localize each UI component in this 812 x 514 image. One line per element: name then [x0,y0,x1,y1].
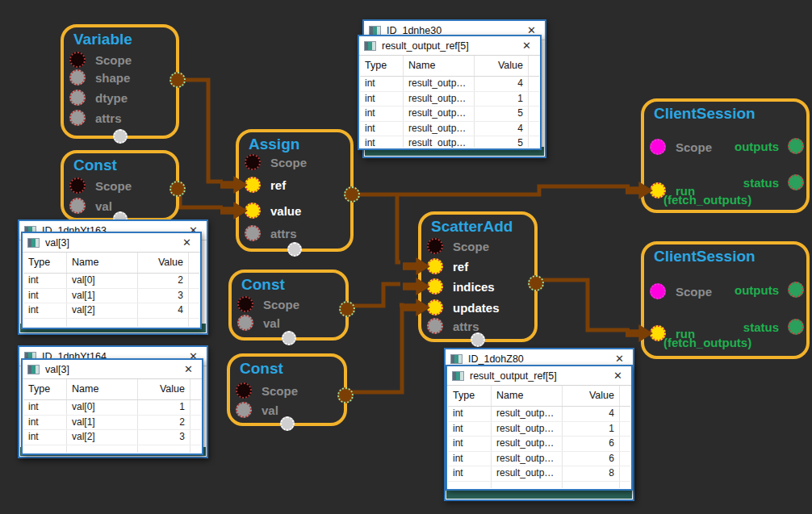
port-scope[interactable] [245,154,261,170]
port-attrs[interactable] [427,318,443,334]
close-icon[interactable]: ✕ [611,353,628,365]
node-title: Variable [73,31,132,48]
table-row[interactable]: intval[1]3 [23,289,199,304]
node-title: Const [73,157,117,174]
port-val[interactable] [69,198,86,214]
node-variable[interactable]: Variable Scope shape dtype attrs [61,24,179,139]
table-row[interactable]: intresult_outp…4 [448,407,630,422]
wire-const-to-scatteradd-updates [349,305,402,392]
node-handle[interactable] [113,129,128,144]
node-title: ClientSession [654,248,755,265]
close-icon[interactable]: ✕ [178,236,195,249]
table-row[interactable]: intval[2]3 [23,430,201,445]
window-icon [450,354,463,364]
port-scope[interactable] [427,238,443,254]
window-title: result_output_ref[5] [382,40,469,52]
close-icon[interactable]: ✕ [609,370,626,382]
table-row[interactable]: intresult_outp…4 [360,122,539,137]
wire-scatteradd-to-clientsession2-run [538,280,630,330]
node-title: Const [240,360,283,378]
table-empty-area [23,445,201,453]
port-status[interactable] [788,319,804,335]
window-title: val[3] [45,364,69,375]
window-title: ID_1dohZ80 [468,353,524,365]
output-port[interactable] [344,186,360,203]
window-title: result_output_ref[5] [470,370,557,382]
table-row[interactable]: intresult_outp…5 [360,136,539,148]
table-row[interactable]: intval[0]1 [23,400,201,416]
window-icon [452,371,464,381]
close-icon[interactable]: ✕ [518,40,535,52]
wire-assign-to-scatteradd-ref [397,194,400,262]
data-table: Type Name Value intval[0]1intval[1]2intv… [23,379,201,453]
port-outputs[interactable] [788,282,804,298]
port-shape[interactable] [69,69,86,86]
output-port[interactable] [339,301,355,317]
node-const-bottom[interactable]: Const Scope val [227,353,347,426]
port-val[interactable] [237,315,253,331]
port-attrs[interactable] [245,225,261,241]
table-row[interactable]: intval[0]2 [23,274,199,289]
data-table: Type Name Value intresult_outp…4intresul… [448,386,630,488]
table-row[interactable]: intval[2]4 [23,303,199,319]
table-header: Type Name Value [448,386,630,407]
data-table: Type Name Value intval[0]2intval[1]3intv… [23,253,199,327]
table-empty-area [23,319,199,328]
table-row[interactable]: intresult_outp…1 [448,422,630,437]
node-assign[interactable]: Assign Scope ref value attrs [236,129,354,252]
port-scope[interactable] [236,382,252,399]
wire-variable-to-assign-ref [179,80,223,182]
port-scope[interactable] [69,178,86,194]
table-row[interactable]: intresult_outp…8 [448,466,630,482]
port-scope[interactable] [650,139,666,155]
window-titlebar[interactable]: val[3] ✕ [23,360,202,379]
node-clientsession-1[interactable]: ClientSession Scope outputs status run (… [641,98,810,213]
window-titlebar[interactable]: result_output_ref[5] ✕ [359,36,540,56]
port-status[interactable] [788,174,804,190]
node-title: Assign [249,136,299,153]
table-empty-area [448,482,630,489]
table-row[interactable]: intresult_outp…6 [448,437,630,452]
wire-const-to-assign-value [180,189,223,207]
window-footer [446,490,632,499]
node-handle[interactable] [471,332,485,347]
node-scatteradd[interactable]: ScatterAdd Scope ref indices updates att… [418,211,538,342]
window-result-output-ref-top[interactable]: result_output_ref[5] ✕ Type Name Value i… [358,35,542,150]
window-result-output-ref-bottom[interactable]: result_output_ref[5] ✕ Type Name Value i… [446,365,633,491]
window-titlebar[interactable]: val[3] ✕ [23,233,200,253]
port-dtype[interactable] [69,90,86,106]
table-row[interactable]: intresult_outp…5 [360,107,539,122]
table-header: Type Name Value [23,253,199,274]
port-scope[interactable] [69,52,86,68]
table-header: Type Name Value [360,56,539,77]
node-handle[interactable] [282,331,296,345]
port-scope[interactable] [650,283,666,299]
port-attrs[interactable] [69,110,86,126]
window-val3-bottom[interactable]: val[3] ✕ Type Name Value intval[0]1intva… [21,358,203,455]
close-icon[interactable]: ✕ [180,363,197,375]
node-clientsession-2[interactable]: ClientSession Scope outputs status run (… [641,241,810,359]
output-port[interactable] [528,275,544,291]
run-fetch-outputs-label: (fetch_outputs) [663,336,751,349]
window-title: val[3] [45,237,69,249]
node-handle[interactable] [287,242,302,257]
node-title: Const [241,276,285,294]
output-port[interactable] [170,72,186,88]
table-row[interactable]: intresult_outp…6 [448,452,630,467]
output-port[interactable] [337,387,354,403]
port-scope[interactable] [237,296,253,312]
data-table: Type Name Value intresult_outp…4intresul… [360,56,539,148]
port-outputs[interactable] [788,138,804,154]
node-const-mid[interactable]: Const Scope val [228,270,349,341]
node-title: ClientSession [654,105,755,123]
window-val3-top[interactable]: val[3] ✕ Type Name Value intval[0]2intva… [21,232,202,329]
node-const-top[interactable]: Const Scope val [61,150,179,221]
output-port[interactable] [170,181,186,197]
table-row[interactable]: intresult_outp…4 [360,77,539,92]
window-titlebar[interactable]: result_output_ref[5] ✕ [447,366,631,386]
table-row[interactable]: intresult_outp…1 [360,92,539,107]
table-row[interactable]: intval[1]2 [23,416,201,431]
node-handle[interactable] [280,416,295,431]
port-val[interactable] [236,402,252,418]
window-icon [27,238,40,248]
